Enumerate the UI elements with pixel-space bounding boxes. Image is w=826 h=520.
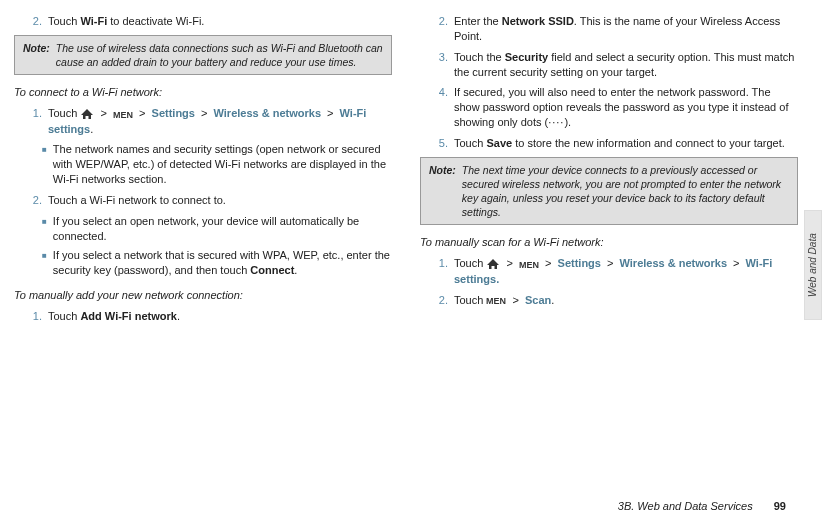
text: to deactivate Wi-Fi. — [107, 15, 204, 27]
step-body: Touch > MENU > Settings > Wireless & net… — [454, 256, 798, 286]
substep-body: The network names and security settings … — [53, 142, 392, 187]
ssid-label: Network SSID — [502, 15, 574, 27]
step-number: 2. — [430, 293, 448, 309]
text: Touch — [454, 257, 486, 269]
period: . — [177, 310, 180, 322]
scan-label: Scan — [525, 294, 551, 306]
step-number: 5. — [430, 136, 448, 151]
step-number: 1. — [24, 106, 42, 136]
bullet-icon: ■ — [42, 248, 47, 278]
wireless-networks-label: Wireless & networks — [620, 257, 728, 269]
step-body: Touch the Security field and select a se… — [454, 50, 798, 80]
substep-networks-displayed: ■ The network names and security setting… — [42, 142, 392, 187]
step-body: Enter the Network SSID. This is the name… — [454, 14, 798, 44]
substep-open-network: ■ If you select an open network, your de… — [42, 214, 392, 244]
step-password: 4. If secured, you will also need to ent… — [430, 85, 798, 130]
text: Touch — [454, 137, 486, 149]
heading-manual-scan: To manually scan for a Wi-Fi network: — [420, 235, 798, 250]
chevron: > — [201, 107, 207, 119]
settings-label: Settings — [558, 257, 601, 269]
step-deactivate-wifi: 2. Touch Wi-Fi to deactivate Wi-Fi. — [24, 14, 392, 29]
step-number: 2. — [24, 14, 42, 29]
home-icon — [80, 107, 94, 122]
note-body: The use of wireless data connections suc… — [56, 41, 383, 69]
bullet-icon: ■ — [42, 142, 47, 187]
step-scan-1: 1. Touch > MENU > Settings > Wireless & … — [430, 256, 798, 286]
step-number: 2. — [430, 14, 448, 44]
step-number: 3. — [430, 50, 448, 80]
svg-text:MENU: MENU — [486, 296, 506, 306]
security-label: Security — [505, 51, 548, 63]
chevron: > — [327, 107, 333, 119]
period: . — [294, 264, 297, 276]
menu-icon: MENU — [113, 107, 133, 122]
substep-secured-network: ■ If you select a network that is secure… — [42, 248, 392, 278]
wireless-networks-label: Wireless & networks — [214, 107, 322, 119]
heading-manual-add: To manually add your new network connect… — [14, 288, 392, 303]
svg-text:MENU: MENU — [519, 260, 539, 270]
heading-connect-wifi: To connect to a Wi-Fi network: — [14, 85, 392, 100]
page-number: 99 — [774, 500, 786, 512]
step-save: 5. Touch Save to store the new informati… — [430, 136, 798, 151]
dots-icon: ···· — [548, 116, 564, 128]
step-number: 1. — [24, 309, 42, 324]
chevron: > — [100, 107, 106, 119]
chevron: > — [607, 257, 613, 269]
chevron: > — [733, 257, 739, 269]
chevron: > — [545, 257, 551, 269]
text: ). — [564, 116, 571, 128]
step-manual-add-1: 1. Touch Add Wi-Fi network. — [24, 309, 392, 324]
chevron: > — [139, 107, 145, 119]
step-body: Touch Add Wi-Fi network. — [48, 309, 392, 324]
chevron: > — [506, 257, 512, 269]
svg-marker-0 — [81, 109, 93, 119]
menu-icon: MENU — [486, 293, 506, 308]
step-number: 2. — [24, 193, 42, 208]
text: If you select a network that is secured … — [53, 249, 390, 276]
text: Touch — [48, 310, 80, 322]
step-body: Touch > MENU > Settings > Wireless & net… — [48, 106, 392, 136]
text: Touch — [454, 294, 486, 306]
footer-title: 3B. Web and Data Services — [618, 500, 753, 512]
settings-label: Settings — [152, 107, 195, 119]
save-label: Save — [486, 137, 512, 149]
step-scan-2: 2. Touch MENU > Scan. — [430, 293, 798, 309]
step-number: 4. — [430, 85, 448, 130]
bullet-icon: ■ — [42, 214, 47, 244]
text: Enter the — [454, 15, 502, 27]
step-connect-1: 1. Touch > MENU > Settings > Wireless & … — [24, 106, 392, 136]
text: Touch — [48, 107, 80, 119]
period: . — [551, 294, 554, 306]
step-body: Touch a Wi-Fi network to connect to. — [48, 193, 392, 208]
chevron: > — [512, 294, 518, 306]
step-number: 1. — [430, 256, 448, 286]
period: . — [90, 123, 93, 135]
step-connect-2: 2. Touch a Wi-Fi network to connect to. — [24, 193, 392, 208]
step-body: Touch MENU > Scan. — [454, 293, 798, 309]
substep-body: If you select an open network, your devi… — [53, 214, 392, 244]
side-tab: Web and Data — [804, 210, 822, 320]
note-label: Note: — [429, 163, 456, 220]
note-battery-drain: Note: The use of wireless data connectio… — [14, 35, 392, 75]
text: Touch — [48, 15, 80, 27]
svg-marker-2 — [487, 259, 499, 269]
step-body: If secured, you will also need to enter … — [454, 85, 798, 130]
connect-label: Connect — [250, 264, 294, 276]
text: If secured, you will also need to enter … — [454, 86, 788, 128]
text: to store the new information and connect… — [512, 137, 785, 149]
step-security: 3. Touch the Security field and select a… — [430, 50, 798, 80]
step-body: Touch Save to store the new information … — [454, 136, 798, 151]
step-enter-ssid: 2. Enter the Network SSID. This is the n… — [430, 14, 798, 44]
add-wifi-label: Add Wi-Fi network — [80, 310, 176, 322]
note-reconnect: Note: The next time your device connects… — [420, 157, 798, 226]
text: Touch the — [454, 51, 505, 63]
note-body: The next time your device connects to a … — [462, 163, 789, 220]
step-body: Touch Wi-Fi to deactivate Wi-Fi. — [48, 14, 392, 29]
page-footer: 3B. Web and Data Services 99 — [618, 499, 786, 514]
note-label: Note: — [23, 41, 50, 69]
substep-body: If you select a network that is secured … — [53, 248, 392, 278]
menu-icon: MENU — [519, 257, 539, 272]
svg-text:MENU: MENU — [113, 110, 133, 120]
wifi-label: Wi-Fi — [80, 15, 107, 27]
home-icon — [486, 257, 500, 272]
